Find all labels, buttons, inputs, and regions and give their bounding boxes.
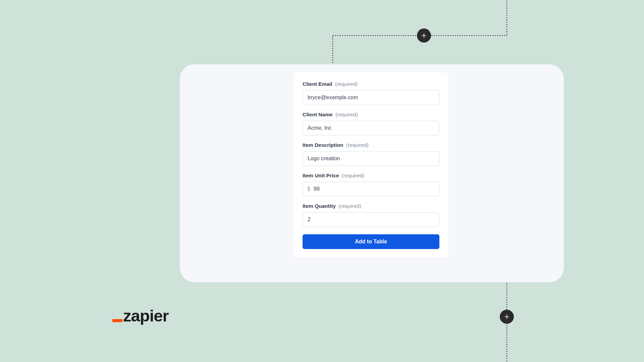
add-to-table-button[interactable]: Add to Table	[303, 234, 439, 249]
item-quantity-input[interactable]	[303, 212, 439, 227]
label-text: Item Description	[303, 142, 343, 148]
connector-line	[506, 0, 507, 36]
field-item-quantity: Item Quantity (required)	[303, 203, 439, 227]
label-required: (required)	[335, 112, 358, 117]
price-input-wrap: $	[303, 182, 439, 196]
label-required: (required)	[335, 81, 358, 87]
logo-wordmark: zapier	[123, 308, 169, 324]
plus-icon	[504, 314, 510, 320]
item-description-input[interactable]	[303, 151, 439, 166]
form-panel: Client Email (required) Client Name (req…	[294, 72, 448, 258]
field-client-email: Client Email (required)	[303, 81, 439, 105]
label-required: (required)	[346, 142, 369, 148]
label-text: Client Name	[303, 112, 333, 117]
field-label: Item Quantity (required)	[303, 203, 439, 209]
label-text: Item Quantity	[303, 203, 336, 209]
client-name-input[interactable]	[303, 121, 439, 135]
label-required: (required)	[342, 173, 364, 178]
client-email-input[interactable]	[303, 90, 439, 105]
field-label: Client Email (required)	[303, 81, 439, 87]
label-text: Client Email	[303, 81, 332, 87]
field-label: Item Unit Price (required)	[303, 173, 439, 179]
add-step-button[interactable]	[417, 28, 431, 43]
connector-line	[332, 36, 333, 65]
zapier-logo: zapier	[112, 308, 169, 324]
field-item-description: Item Description (required)	[303, 142, 439, 166]
field-client-name: Client Name (required)	[303, 112, 439, 135]
item-unit-price-input[interactable]	[303, 182, 439, 196]
field-item-unit-price: Item Unit Price (required) $	[303, 173, 439, 196]
field-label: Client Name (required)	[303, 112, 439, 118]
add-step-button[interactable]	[500, 310, 514, 324]
logo-underscore	[112, 319, 122, 322]
label-required: (required)	[338, 203, 361, 209]
plus-icon	[421, 33, 427, 39]
label-text: Item Unit Price	[303, 173, 339, 178]
field-label: Item Description (required)	[303, 142, 439, 148]
